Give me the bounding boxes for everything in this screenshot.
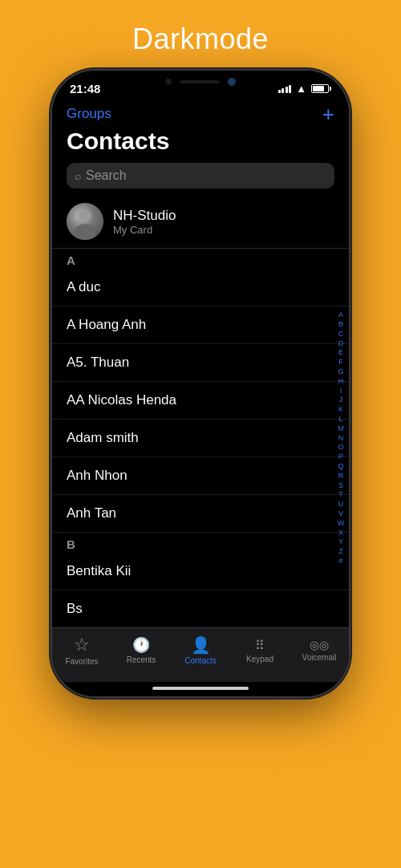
signal-icon (278, 85, 292, 93)
contact-a-hoang-anh[interactable]: A Hoang Anh (52, 306, 349, 344)
battery-icon (311, 84, 331, 93)
contact-bentika-kii[interactable]: Bentika Kii (52, 553, 349, 590)
index-r[interactable]: R (338, 472, 344, 481)
my-card-info: NH-Studio My Card (113, 208, 176, 236)
keypad-label: Keypad (246, 655, 273, 663)
index-w[interactable]: W (338, 519, 345, 528)
search-bar[interactable]: ⌕ Search (67, 163, 334, 189)
status-icons: ▲ (278, 83, 331, 95)
index-h[interactable]: H (338, 377, 344, 386)
recents-icon: 🕐 (132, 636, 150, 654)
index-q[interactable]: Q (338, 462, 343, 471)
index-p[interactable]: P (338, 452, 343, 461)
groups-button[interactable]: Groups (67, 106, 111, 122)
index-y[interactable]: Y (338, 537, 343, 546)
avatar-image (67, 203, 103, 240)
index-g[interactable]: G (338, 367, 343, 376)
voicemail-label: Voicemail (302, 653, 337, 662)
tab-voicemail[interactable]: ◎◎ Voicemail (295, 639, 343, 662)
notch-camera (228, 78, 236, 86)
contacts-title: Contacts (67, 128, 334, 155)
favorites-icon: ☆ (74, 635, 90, 655)
index-m[interactable]: M (338, 424, 344, 433)
index-t[interactable]: T (338, 490, 343, 499)
voicemail-icon: ◎◎ (310, 639, 329, 651)
contacts-label: Contacts (184, 656, 216, 665)
contact-anh-tan[interactable]: Anh Tan (52, 495, 349, 533)
notch (148, 71, 253, 93)
notch-line (180, 80, 220, 83)
index-c[interactable]: C (338, 330, 344, 339)
index-hash[interactable]: # (338, 557, 342, 566)
index-s[interactable]: S (338, 481, 343, 490)
tab-favorites[interactable]: ☆ Favorites (58, 635, 106, 666)
index-k[interactable]: K (338, 405, 343, 414)
home-bar (152, 687, 249, 690)
add-contact-button[interactable]: + (322, 103, 334, 124)
index-v[interactable]: V (338, 509, 343, 518)
tab-contacts[interactable]: 👤 Contacts (176, 635, 225, 665)
index-e[interactable]: E (338, 348, 343, 357)
section-header-b: B (52, 533, 349, 553)
contacts-list[interactable]: A A duc A Hoang Anh A5. Thuan AA Nicolas… (52, 249, 349, 627)
tab-recents[interactable]: 🕐 Recents (117, 636, 165, 664)
phone-screen: 21:48 ▲ (52, 71, 349, 696)
contact-anh-nhon[interactable]: Anh Nhon (52, 457, 349, 495)
search-placeholder: Search (86, 168, 127, 183)
index-o[interactable]: O (338, 443, 343, 452)
app-content: Groups + Contacts ⌕ Search NH-Studio My … (52, 100, 349, 696)
index-f[interactable]: F (338, 358, 343, 367)
contact-adam-smith[interactable]: Adam smith (52, 420, 349, 457)
contact-a5-thuan[interactable]: A5. Thuan (52, 344, 349, 382)
tab-keypad[interactable]: ⠿ Keypad (236, 638, 284, 663)
status-bar: 21:48 ▲ (52, 71, 349, 100)
status-time: 21:48 (70, 82, 100, 95)
contact-bs[interactable]: Bs (52, 590, 349, 627)
index-d[interactable]: D (338, 339, 344, 348)
index-n[interactable]: N (338, 434, 344, 443)
contacts-icon: 👤 (191, 635, 211, 655)
wifi-icon: ▲ (296, 83, 306, 95)
index-j[interactable]: J (339, 395, 343, 404)
contact-aa-nicolas[interactable]: AA Nicolas Henda (52, 382, 349, 420)
index-z[interactable]: Z (338, 547, 343, 556)
notch-dot-1 (165, 79, 172, 85)
page-header: Darkmode (132, 0, 269, 71)
my-card-name: NH-Studio (113, 208, 176, 224)
section-header-a: A (52, 249, 349, 269)
home-indicator (52, 682, 349, 696)
groups-row: Groups + (67, 103, 334, 124)
favorites-label: Favorites (65, 657, 98, 666)
index-b[interactable]: B (338, 320, 343, 329)
index-l[interactable]: L (338, 415, 342, 424)
index-sidebar: A B C D E F G H I J K L M N O P Q (335, 249, 346, 627)
my-card-label: My Card (113, 224, 176, 236)
recents-label: Recents (127, 655, 156, 664)
search-icon: ⌕ (75, 169, 81, 182)
my-card[interactable]: NH-Studio My Card (52, 195, 349, 249)
index-a[interactable]: A (338, 310, 343, 319)
phone-frame: 21:48 ▲ (52, 71, 349, 696)
contacts-header: Groups + Contacts ⌕ Search (52, 100, 349, 195)
avatar (67, 203, 103, 240)
index-u[interactable]: U (338, 500, 344, 509)
contact-a-duc[interactable]: A duc (52, 269, 349, 306)
index-x[interactable]: X (338, 529, 343, 537)
tab-bar: ☆ Favorites 🕐 Recents 👤 Contacts ⠿ Keypa… (52, 627, 349, 682)
keypad-icon: ⠿ (255, 638, 265, 653)
index-i[interactable]: I (340, 387, 342, 395)
page-title: Darkmode (132, 22, 269, 56)
